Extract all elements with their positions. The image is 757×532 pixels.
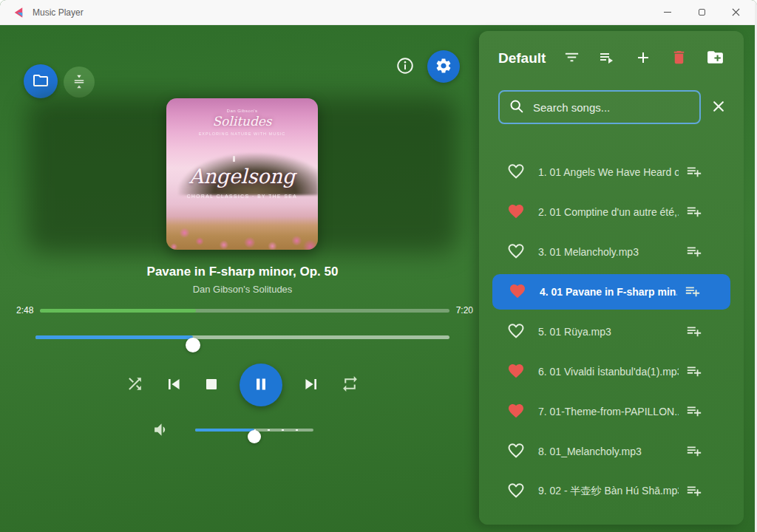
progress-bar — [40, 309, 449, 313]
favorite-toggle[interactable] — [507, 203, 525, 221]
song-row[interactable]: 6. 01 Vivaldi İstanbul'da(1).mp3 — [491, 352, 732, 392]
song-label: 4. 01 Pavane in F-sharp min... — [540, 286, 677, 298]
add-playlist-icon — [634, 49, 652, 69]
titlebar: Music Player — [0, 0, 757, 25]
seek-thumb[interactable] — [186, 338, 200, 352]
pause-icon — [251, 375, 271, 396]
volume-icon[interactable] — [152, 420, 171, 442]
favorite-toggle[interactable] — [507, 403, 525, 420]
repeat-icon — [341, 375, 359, 395]
playlist-add-icon — [686, 482, 702, 501]
now-playing-title: Pavane in F-sharp minor, Op. 50 — [0, 265, 485, 279]
playlist-add-icon — [686, 443, 702, 461]
repeat-button[interactable] — [341, 375, 359, 395]
add-to-playlist-button[interactable] — [686, 163, 702, 182]
sidebar-header: Default — [491, 46, 732, 71]
heart-outline-icon — [507, 442, 525, 462]
song-row[interactable]: 5. 01 Rüya.mp3 — [491, 312, 732, 352]
favorite-toggle[interactable] — [509, 283, 526, 301]
heart-outline-icon — [507, 482, 525, 502]
playlist-play-button[interactable] — [598, 49, 616, 69]
info-button[interactable] — [394, 55, 416, 78]
favorite-toggle[interactable] — [507, 163, 525, 181]
clear-search-button[interactable] — [711, 99, 726, 116]
add-to-playlist-button[interactable] — [686, 363, 702, 381]
album-brand-top: Dan Gibson's — [166, 109, 318, 113]
song-row[interactable]: 7. 01-Theme-from-PAPILLON.... — [491, 392, 732, 432]
new-folder-button[interactable] — [706, 48, 724, 69]
add-to-playlist-button[interactable] — [686, 482, 702, 501]
folder-icon — [32, 72, 50, 92]
open-folder-button[interactable] — [24, 64, 58, 98]
add-to-playlist-button[interactable] — [686, 203, 702, 222]
album-title: Angelsong — [166, 165, 318, 188]
shuffle-icon — [126, 375, 144, 395]
next-icon — [301, 374, 322, 397]
favorite-toggle[interactable] — [507, 363, 525, 381]
song-label: 7. 01-Theme-from-PAPILLON.... — [538, 406, 679, 417]
song-label: 9. 02 - 半壶纱 Bàn Hú Shā.mp3 — [538, 485, 679, 498]
playlist-add-icon — [686, 203, 702, 222]
album-art: Dan Gibson's Solitudes Exploring Nature … — [166, 98, 318, 250]
playlist-sidebar: Default — [479, 31, 744, 525]
transport-controls — [126, 364, 359, 406]
add-to-playlist-button[interactable] — [686, 323, 702, 341]
heart-outline-icon — [507, 322, 525, 342]
close-icon[interactable] — [719, 0, 753, 25]
clear-icon — [711, 99, 726, 116]
add-playlist-button[interactable] — [634, 49, 652, 69]
search-box[interactable] — [498, 90, 701, 124]
heart-filled-icon — [507, 202, 525, 222]
search-icon — [509, 98, 524, 117]
song-label: 1. 01 Angels We Have Heard o... — [538, 166, 679, 178]
add-to-playlist-button[interactable] — [686, 243, 702, 262]
progress-row: 2:48 7:20 — [16, 305, 473, 316]
search-input[interactable] — [533, 101, 690, 114]
pause-button[interactable] — [240, 364, 282, 406]
maximize-icon[interactable] — [685, 0, 719, 25]
heart-outline-icon — [507, 163, 525, 183]
filter-button[interactable] — [563, 49, 580, 68]
new-folder-icon — [706, 48, 724, 69]
app-title: Music Player — [33, 7, 84, 18]
favorite-toggle[interactable] — [507, 323, 525, 341]
previous-button[interactable] — [163, 374, 184, 397]
volume-fill — [195, 429, 254, 432]
now-playing-artist: Dan Gibson's Solitudes — [0, 284, 485, 295]
seek-fill — [35, 335, 193, 339]
delete-playlist-button[interactable] — [671, 49, 688, 68]
favorite-toggle[interactable] — [507, 443, 525, 460]
info-icon — [396, 56, 415, 78]
stop-icon — [203, 375, 220, 395]
volume-thumb[interactable] — [248, 430, 261, 443]
favorite-toggle[interactable] — [507, 482, 525, 500]
add-to-playlist-button[interactable] — [686, 443, 702, 461]
main-content: Dan Gibson's Solitudes Exploring Nature … — [0, 25, 757, 532]
volume-slider[interactable] — [195, 424, 313, 436]
playlist-add-icon — [686, 163, 702, 182]
seek-slider[interactable] — [35, 330, 449, 344]
favorite-toggle[interactable] — [507, 243, 525, 261]
song-row[interactable]: 9. 02 - 半壶纱 Bàn Hú Shā.mp3 — [491, 471, 732, 511]
song-row[interactable]: 4. 01 Pavane in F-sharp min... — [492, 274, 730, 310]
playlist-add-icon — [686, 243, 702, 262]
song-label: 5. 01 Rüya.mp3 — [538, 326, 679, 338]
compact-mode-button[interactable] — [64, 66, 95, 98]
album-tagline: Exploring Nature With Music — [166, 132, 318, 136]
progress-bar-fill — [40, 309, 195, 313]
previous-icon — [163, 374, 184, 397]
song-row[interactable]: 8. 01_Melancholy.mp3 — [491, 432, 732, 471]
song-row[interactable]: 3. 01 Melancholy.mp3 — [491, 232, 732, 272]
settings-button[interactable] — [427, 50, 460, 83]
next-button[interactable] — [301, 374, 322, 397]
album-subtitle: Choral Classics · By the Sea — [166, 194, 318, 199]
trash-icon — [671, 49, 688, 68]
shuffle-button[interactable] — [126, 375, 144, 395]
add-to-playlist-button[interactable] — [686, 403, 702, 421]
minimize-icon[interactable] — [651, 0, 685, 25]
playlist-add-icon — [686, 323, 702, 341]
stop-button[interactable] — [203, 375, 220, 395]
song-row[interactable]: 1. 01 Angels We Have Heard o... — [491, 152, 732, 192]
song-row[interactable]: 2. 01 Comptine d'un autre été,... — [491, 192, 732, 232]
add-to-playlist-button[interactable] — [685, 283, 701, 301]
